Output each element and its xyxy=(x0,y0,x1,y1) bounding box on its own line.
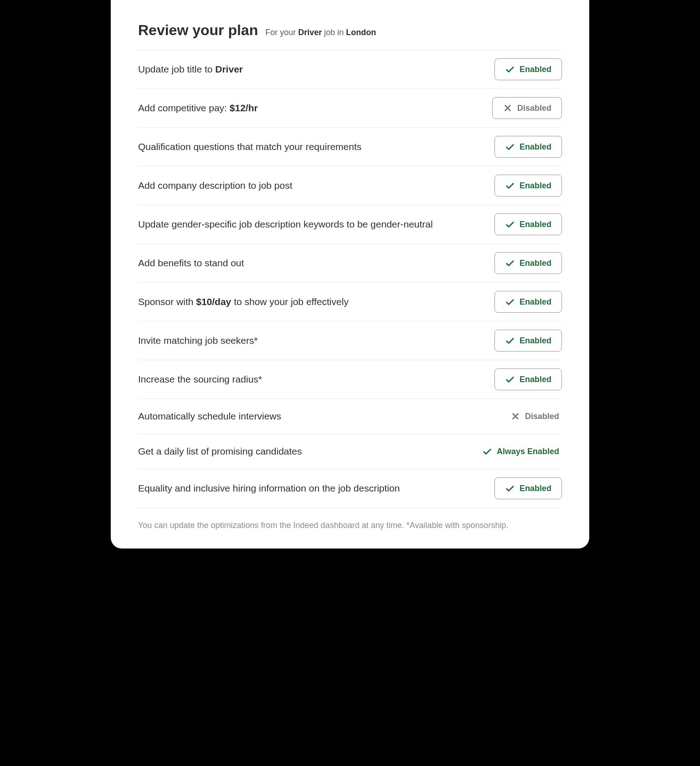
check-icon xyxy=(505,142,515,152)
row-label-suffix: to show your job effectively xyxy=(231,296,349,307)
status-label: Always Enabled xyxy=(497,447,559,456)
subtitle-prefix: For your xyxy=(265,28,298,37)
plan-rows: Update job title to Driver Enabled Add c… xyxy=(138,50,562,508)
row-daily-list-candidates: Get a daily list of promising candidates… xyxy=(138,434,562,469)
toggle-label: Enabled xyxy=(520,375,551,384)
check-icon xyxy=(505,258,515,268)
row-label-bold: $12/hr xyxy=(230,103,258,113)
row-invite-seekers: Invite matching job seekers* Enabled xyxy=(138,321,562,360)
check-icon xyxy=(505,374,515,384)
row-update-job-title: Update job title to Driver Enabled xyxy=(138,50,562,89)
row-label: Equality and inclusive hiring informatio… xyxy=(138,481,494,495)
row-qualification-questions: Qualification questions that match your … xyxy=(138,128,562,166)
row-label: Increase the sourcing radius* xyxy=(138,373,494,386)
row-label-bold: Driver xyxy=(215,64,243,74)
row-label: Add competitive pay: $12/hr xyxy=(138,101,492,114)
toggle-button-enabled[interactable]: Enabled xyxy=(494,175,562,197)
toggle-button-enabled[interactable]: Enabled xyxy=(494,136,562,158)
row-label: Update job title to Driver xyxy=(138,62,494,76)
row-label-bold: $10/day xyxy=(196,296,231,307)
row-label-text: Add competitive pay: xyxy=(138,103,230,113)
row-company-description: Add company description to job post Enab… xyxy=(138,166,562,205)
toggle-label: Enabled xyxy=(520,336,551,346)
row-label: Automatically schedule interviews xyxy=(138,409,510,423)
row-gender-neutral-keywords: Update gender-specific job description k… xyxy=(138,205,562,244)
toggle-button-enabled[interactable]: Enabled xyxy=(494,330,562,352)
toggle-label: Enabled xyxy=(520,181,551,191)
toggle-label: Disabled xyxy=(517,104,551,113)
check-icon xyxy=(505,336,515,346)
row-competitive-pay: Add competitive pay: $12/hr Disabled xyxy=(138,89,562,128)
row-label-text: Sponsor with xyxy=(138,296,196,307)
toggle-button-enabled[interactable]: Enabled xyxy=(494,477,562,499)
row-label: Get a daily list of promising candidates xyxy=(138,445,482,458)
check-icon xyxy=(505,64,515,74)
check-icon xyxy=(482,446,492,456)
toggle-button-enabled[interactable]: Enabled xyxy=(494,291,562,313)
status-disabled: Disabled xyxy=(510,411,562,421)
subtitle-location: London xyxy=(346,28,376,37)
header: Review your plan For your Driver job in … xyxy=(138,22,562,50)
toggle-label: Enabled xyxy=(520,65,551,74)
footer-note: You can update the optimizations from th… xyxy=(138,508,562,530)
page-subtitle: For your Driver job in London xyxy=(265,28,376,37)
check-icon xyxy=(505,297,515,307)
row-label: Sponsor with $10/day to show your job ef… xyxy=(138,295,494,308)
toggle-button-disabled[interactable]: Disabled xyxy=(492,97,562,119)
toggle-label: Enabled xyxy=(520,142,551,152)
plan-review-card: Review your plan For your Driver job in … xyxy=(111,0,589,549)
close-icon xyxy=(503,103,513,113)
toggle-label: Enabled xyxy=(520,259,551,268)
toggle-button-enabled[interactable]: Enabled xyxy=(494,252,562,274)
toggle-button-enabled[interactable]: Enabled xyxy=(494,58,562,80)
subtitle-mid: job in xyxy=(322,28,346,37)
row-sourcing-radius: Increase the sourcing radius* Enabled xyxy=(138,360,562,399)
page-title: Review your plan xyxy=(138,22,258,39)
toggle-button-enabled[interactable]: Enabled xyxy=(494,213,562,235)
toggle-label: Enabled xyxy=(520,220,551,229)
toggle-button-enabled[interactable]: Enabled xyxy=(494,368,562,390)
check-icon xyxy=(505,181,515,191)
row-label-text: Update job title to xyxy=(138,64,215,74)
row-label: Invite matching job seekers* xyxy=(138,334,494,347)
row-equality-inclusive-info: Equality and inclusive hiring informatio… xyxy=(138,469,562,508)
toggle-label: Enabled xyxy=(520,484,551,493)
toggle-label: Enabled xyxy=(520,297,551,307)
check-icon xyxy=(505,483,515,493)
close-icon xyxy=(510,411,520,421)
row-label: Add company description to job post xyxy=(138,179,494,192)
status-label: Disabled xyxy=(525,412,559,421)
row-auto-schedule-interviews: Automatically schedule interviews Disabl… xyxy=(138,399,562,434)
status-always-enabled: Always Enabled xyxy=(482,446,562,456)
subtitle-job: Driver xyxy=(298,28,322,37)
row-label: Add benefits to stand out xyxy=(138,256,494,269)
row-label: Qualification questions that match your … xyxy=(138,140,494,153)
row-label: Update gender-specific job description k… xyxy=(138,217,494,231)
check-icon xyxy=(505,219,515,229)
row-add-benefits: Add benefits to stand out Enabled xyxy=(138,244,562,283)
row-sponsor: Sponsor with $10/day to show your job ef… xyxy=(138,283,562,321)
